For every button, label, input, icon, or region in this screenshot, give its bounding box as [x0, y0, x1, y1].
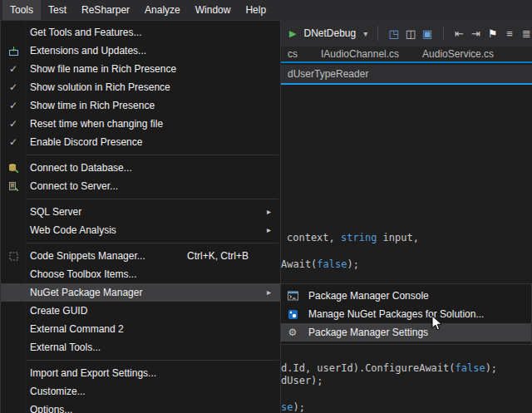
toolbar-separator [377, 26, 378, 41]
code-keyword: false [317, 258, 347, 270]
menu-item-label: Options... [26, 404, 72, 413]
tab-iaudiochannel[interactable]: IAudioChannel.cs [321, 48, 399, 60]
checkmark-icon: ✓ [1, 133, 26, 151]
menubar-item-resharper[interactable]: ReSharper [74, 0, 137, 20]
code-text: dUser); [281, 375, 323, 386]
code-line: context, string input, [287, 232, 419, 243]
code-text: ); [347, 258, 358, 270]
menu-item-label: Get Tools and Features... [26, 27, 142, 38]
submenu-item-label: Package Manager Settings [304, 327, 428, 338]
code-line: Await(false); [281, 258, 359, 270]
menu-item-create-guid[interactable]: Create GUID [1, 302, 280, 320]
tools-menu: Get Tools and Features... Extensions and… [0, 20, 281, 413]
menu-item-external-tools[interactable]: External Tools... [1, 338, 280, 356]
database-icon [1, 163, 26, 174]
menu-separator [27, 243, 278, 243]
task-list-icon[interactable]: ≡ [504, 27, 515, 40]
menubar-item-analyze[interactable]: Analyze [137, 0, 188, 20]
menu-item-get-tools-and-features[interactable]: Get Tools and Features... [1, 23, 280, 42]
menu-item-sql-server[interactable]: SQL Server ▸ [1, 203, 280, 221]
menu-item-connect-to-server[interactable]: Connect to Server... [1, 177, 280, 195]
menu-item-show-file-name[interactable]: ✓ Show file name in Rich Presence [1, 60, 280, 78]
menu-separator [27, 199, 278, 199]
menu-item-label: External Tools... [26, 342, 101, 353]
submenu-item-label: Package Manager Console [304, 290, 429, 302]
menu-item-customize[interactable]: Customize... [1, 382, 280, 401]
menu-item-import-export-settings[interactable]: Import and Export Settings... [1, 364, 280, 382]
checkmark-icon: ✓ [1, 96, 26, 115]
menu-item-web-code-analysis[interactable]: Web Code Analysis ▸ [1, 221, 280, 239]
shift-left-icon[interactable]: ⇤ [454, 27, 465, 40]
submenu-item-package-manager-console[interactable]: Package Manager Console [281, 287, 531, 305]
submenu-item-label: Manage NuGet Packages for Solution... [304, 308, 484, 320]
menu-item-label: SQL Server [26, 206, 81, 218]
menu-item-label: Connect to Database... [26, 162, 132, 174]
navigate-icon[interactable]: ▣ [422, 27, 433, 40]
code-keyword: false [456, 362, 485, 374]
menu-item-label: Choose Toolbox Items... [26, 268, 137, 280]
menubar-item-test[interactable]: Test [41, 0, 74, 20]
submenu-item-package-manager-settings[interactable]: ⚙ Package Manager Settings [281, 323, 531, 342]
toolbar-separator [443, 26, 444, 41]
debug-target-dropdown-icon[interactable]: ▾ [363, 29, 367, 38]
submenu-arrow-icon: ▸ [267, 283, 271, 302]
menu-item-reset-time[interactable]: ✓ Reset time when changing file [1, 115, 280, 133]
gear-icon: ⚙ [281, 323, 304, 342]
menu-item-enable-discord-presence[interactable]: ✓ Enable Discord Presence [1, 133, 280, 151]
submenu-arrow-icon: ▸ [267, 221, 271, 239]
tab-audioservice[interactable]: AudioService.cs [422, 48, 494, 60]
menu-item-label: Show time in Rich Presence [26, 100, 155, 111]
menu-item-label: Extensions and Updates... [26, 45, 146, 57]
menu-item-extensions-and-updates[interactable]: Extensions and Updates... [1, 42, 280, 60]
tab-partial[interactable]: cs [288, 48, 298, 60]
code-line: d.Id, userId).ConfigureAwait(false); [281, 362, 497, 374]
code-line: se); [281, 401, 305, 413]
menubar-item-tools[interactable]: Tools [2, 0, 41, 20]
menu-item-label: Show solution in Rich Presence [26, 81, 170, 93]
mouse-cursor [431, 315, 444, 335]
menu-item-options[interactable]: Options... [1, 401, 280, 413]
shift-right-icon[interactable]: ⇥ [470, 27, 481, 40]
split-window-icon[interactable]: ◫ [405, 27, 416, 40]
menu-item-nuget-package-manager[interactable]: NuGet Package Manager ▸ [1, 283, 280, 302]
submenu-arrow-icon: ▸ [267, 203, 271, 221]
menu-separator [27, 360, 278, 361]
code-line: dUser); [281, 375, 323, 386]
code-text: input, [377, 232, 419, 243]
menu-item-label: Customize... [26, 386, 86, 397]
run-icon[interactable]: ▶ [289, 28, 296, 39]
menu-item-choose-toolbox-items[interactable]: Choose Toolbox Items... [1, 265, 280, 283]
debug-target-label[interactable]: DNetDebug [302, 27, 357, 39]
snippets-icon [1, 251, 26, 262]
checkmark-icon: ✓ [1, 60, 26, 78]
nuget-package-icon [281, 309, 304, 320]
menu-item-show-solution[interactable]: ✓ Show solution in Rich Presence [1, 78, 280, 96]
server-icon [1, 181, 26, 192]
menu-item-label: Enable Discord Presence [26, 136, 142, 148]
menu-list-icon[interactable]: ≣ [521, 27, 532, 40]
menu-item-label: NuGet Package Manager [26, 287, 142, 298]
menu-bar: Tools Test ReSharper Analyze Window Help [0, 0, 532, 20]
vs-window: ▶ DNetDebug ▾ ◳ ◫ ▣ ⇤ ⇥ ⚑ ≡ ≣ cs IAudioC… [0, 0, 532, 413]
menubar-item-help[interactable]: Help [238, 0, 273, 20]
bookmark-icon[interactable]: ⚑ [487, 27, 498, 40]
checkmark-icon: ✓ [1, 78, 26, 96]
menubar-item-window[interactable]: Window [188, 0, 239, 20]
menu-item-external-command-2[interactable]: External Command 2 [1, 320, 280, 338]
menu-item-label: Import and Export Settings... [26, 367, 156, 379]
menu-item-code-snippets-manager[interactable]: Code Snippets Manager... Ctrl+K, Ctrl+B [1, 247, 280, 265]
menu-separator [27, 155, 278, 155]
menu-item-label: Show file name in Rich Presence [26, 63, 176, 75]
menu-item-connect-to-database[interactable]: Connect to Database... [1, 159, 280, 177]
nav-bar-text[interactable]: dUserTypeReader [288, 68, 368, 80]
menu-item-show-time[interactable]: ✓ Show time in Rich Presence [1, 96, 280, 115]
checkmark-icon: ✓ [1, 115, 26, 133]
menu-item-label: Reset time when changing file [26, 118, 163, 130]
menu-item-label: Code Snippets Manager... [26, 250, 145, 262]
code-text: ); [485, 362, 497, 374]
code-keyword: se [281, 401, 293, 413]
code-text: Await( [281, 258, 317, 270]
console-icon [281, 291, 304, 301]
submenu-item-manage-nuget-packages[interactable]: Manage NuGet Packages for Solution... [281, 305, 531, 323]
preview-icon[interactable]: ◳ [388, 27, 399, 40]
